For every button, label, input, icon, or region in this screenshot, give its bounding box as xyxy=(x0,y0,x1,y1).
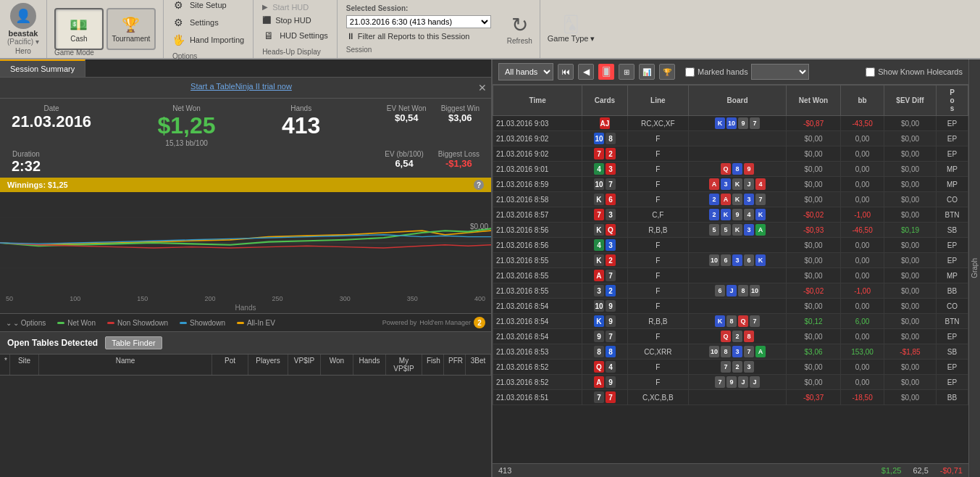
cell-bb: 0,00 xyxy=(841,146,884,162)
cell-bb: 0,00 xyxy=(841,299,884,314)
marked-hands-checkbox[interactable] xyxy=(685,67,695,77)
chart-x-350: 350 xyxy=(407,295,418,302)
hand-importing-item[interactable]: 🖐 Hand Importing xyxy=(172,33,244,46)
hud-settings-item[interactable]: 🖥 HUD Settings xyxy=(262,29,328,42)
site-setup-item[interactable]: ⚙ Site Setup xyxy=(172,0,244,12)
table-row[interactable]: 21.03.2016 8:56KQR,B,B55K3A-$0,93-46,50$… xyxy=(493,223,968,238)
footer-sev: -$0,71 xyxy=(940,466,963,475)
table-row[interactable]: 21.03.2016 9:0272F$0,000,00$0,00EP xyxy=(493,146,968,162)
col-header-bb[interactable]: bb xyxy=(841,86,884,116)
cell-board: 6J810 xyxy=(689,283,787,299)
col-header-cards[interactable]: Cards xyxy=(582,86,627,116)
table-row[interactable]: 21.03.2016 8:5177C,XC,B,B-$0,37-18,50$0,… xyxy=(493,390,968,405)
cell-line: F xyxy=(627,192,688,207)
hands-table-container[interactable]: Time Cards Line Board Net Won bb $EV Dif… xyxy=(493,85,968,463)
summary-area: ✕ Start a TableNinja II trial now Date 2… xyxy=(0,78,491,477)
hands-filter-select[interactable]: All hands xyxy=(498,63,553,80)
hero-sub[interactable]: (Pacific) ▾ xyxy=(7,38,39,46)
biggest-win-label: Biggest Win xyxy=(441,104,479,112)
hands-value: 413 xyxy=(282,112,320,139)
cell-bb: 0,00 xyxy=(841,177,884,192)
hud-settings-icon: 🖥 xyxy=(262,29,275,42)
stop-hud-label: Stop HUD xyxy=(275,16,311,25)
table-row[interactable]: 21.03.2016 8:5388CC,XRR10837A$3,06153,00… xyxy=(493,344,968,360)
table-row[interactable]: 21.03.2016 8:52A9F79JJ$0,000,00$0,00EP xyxy=(493,375,968,390)
cell-bb: 0,00 xyxy=(841,131,884,146)
holecards-checkbox[interactable] xyxy=(866,67,875,77)
chart-x-300: 300 xyxy=(340,295,351,302)
col-header-sev[interactable]: $EV Diff xyxy=(884,86,937,116)
col-header-net-won[interactable]: Net Won xyxy=(787,86,841,116)
game-type-label: Game Type ▾ xyxy=(548,34,595,43)
graph-sidebar-tab[interactable]: Graph xyxy=(968,59,980,477)
heads-up-display-label: Heads-Up Display xyxy=(262,48,328,56)
table-row[interactable]: 21.03.2016 8:58K6F2AK37$0,000,00$0,00CO xyxy=(493,192,968,207)
table-finder-button[interactable]: Table Finder xyxy=(105,336,162,349)
cell-pos: EP xyxy=(936,131,968,146)
cell-net-won: $0,00 xyxy=(787,192,841,207)
trial-link[interactable]: Start a TableNinja II trial now xyxy=(190,82,292,91)
cell-net-won: -$0,87 xyxy=(787,116,841,131)
legend-showdown-label: Showdown xyxy=(190,319,225,327)
card-icon[interactable]: 🂠 xyxy=(598,64,614,80)
settings-item[interactable]: ⚙ Settings xyxy=(172,16,244,29)
table-row[interactable]: 21.03.2016 8:52Q4F723$0,000,00$0,00EP xyxy=(493,360,968,375)
hands-label: Hands xyxy=(290,104,311,112)
cash-button[interactable]: 💵 Cash xyxy=(54,8,104,50)
table-row[interactable]: 21.03.2016 8:54109F$0,000,00$0,00CO xyxy=(493,299,968,314)
table-row[interactable]: 21.03.2016 8:55A7F$0,000,00$0,00MP xyxy=(493,268,968,283)
start-hud-item[interactable]: ▶ Start HUD xyxy=(262,3,328,12)
nav-prev-button[interactable]: ◀ xyxy=(578,64,594,80)
bar-chart-button[interactable]: 📊 xyxy=(639,64,655,80)
col-header-line[interactable]: Line xyxy=(627,86,688,116)
cell-time: 21.03.2016 8:54 xyxy=(493,299,582,314)
cell-cards: 77 xyxy=(582,390,627,405)
table-row[interactable]: 21.03.2016 8:5532F6J810-$0,02-1,00$0,00B… xyxy=(493,283,968,299)
refresh-section[interactable]: ↻ Refresh xyxy=(500,0,540,58)
legend-non-showdown: Non Showdown xyxy=(107,319,168,327)
tab-bar: Session Summary xyxy=(0,59,491,78)
site-setup-icon: ⚙ xyxy=(172,0,185,12)
table-row[interactable]: 21.03.2016 8:5643F$0,000,00$0,00EP xyxy=(493,238,968,253)
hud-settings-label: HUD Settings xyxy=(280,31,328,40)
date-label: Date xyxy=(43,104,59,112)
table-row[interactable]: 21.03.2016 8:5773C,F2K94K-$0,02-1,00$0,0… xyxy=(493,207,968,223)
cell-time: 21.03.2016 9:01 xyxy=(493,162,582,177)
filter-session-item[interactable]: ⏸ Filter all Reports to this Session xyxy=(346,31,470,41)
options-dropdown-button[interactable]: ⌄ ⌄ Options xyxy=(6,319,46,327)
nav-first-button[interactable]: ⏮ xyxy=(558,64,574,80)
table-row[interactable]: 21.03.2016 9:02108F$0,000,00$0,00EP xyxy=(493,131,968,146)
table-row[interactable]: 21.03.2016 8:5497FQ28$0,000,00$0,00EP xyxy=(493,329,968,344)
duration-block: Duration 2:32 xyxy=(12,150,41,175)
hm-label: Hold'em Manager xyxy=(419,319,471,326)
winnings-help-button[interactable]: ? xyxy=(474,180,484,190)
col-header-board[interactable]: Board xyxy=(689,86,787,116)
session-select[interactable]: 21.03.2016 6:30 (413 hands) xyxy=(346,15,491,28)
holecards-section: Show Known Holecards xyxy=(866,67,963,77)
col-header-time[interactable]: Time xyxy=(493,86,582,116)
table-row[interactable]: 21.03.2016 8:54K9R,B,BK8Q7$0,126,00$0,00… xyxy=(493,314,968,329)
game-type-section[interactable]: 🂡 Game Type ▾ xyxy=(540,0,603,58)
marked-select[interactable] xyxy=(751,64,809,80)
table-row[interactable]: 21.03.2016 8:59107FA3KJ4$0,000,00$0,00MP xyxy=(493,177,968,192)
grid-view-button[interactable]: ⊞ xyxy=(619,64,635,80)
col-hands: Hands xyxy=(353,354,386,375)
col-name: Name xyxy=(39,354,212,375)
session-summary-tab[interactable]: Session Summary xyxy=(0,59,85,77)
stop-hud-item[interactable]: ⬛ Stop HUD xyxy=(262,16,328,25)
hand-importing-label: Hand Importing xyxy=(190,36,244,44)
chart-x-title: Hands xyxy=(0,304,491,313)
cell-time: 21.03.2016 8:53 xyxy=(493,344,582,360)
net-won-sub: 15,13 bb/100 xyxy=(165,139,207,147)
right-panel: All hands ⏮ ◀ 🂠 ⊞ 📊 🏆 Marked hands xyxy=(493,59,980,477)
tournament-button[interactable]: 🏆 Tournament xyxy=(106,8,156,50)
trophy-filter-button[interactable]: 🏆 xyxy=(659,64,675,80)
cell-time: 21.03.2016 8:58 xyxy=(493,192,582,207)
table-row[interactable]: 21.03.2016 9:03AJRC,XC,XFK1097-$0,87-43,… xyxy=(493,116,968,131)
cell-cards: Q4 xyxy=(582,360,627,375)
game-mode-label: Game Mode xyxy=(54,49,94,57)
table-row[interactable]: 21.03.2016 8:55K2F10636K$0,000,00$0,00EP xyxy=(493,253,968,268)
close-trial-button[interactable]: ✕ xyxy=(478,82,487,94)
cell-sev: $0,00 xyxy=(884,314,937,329)
table-row[interactable]: 21.03.2016 9:0143FQ89$0,000,00$0,00MP xyxy=(493,162,968,177)
